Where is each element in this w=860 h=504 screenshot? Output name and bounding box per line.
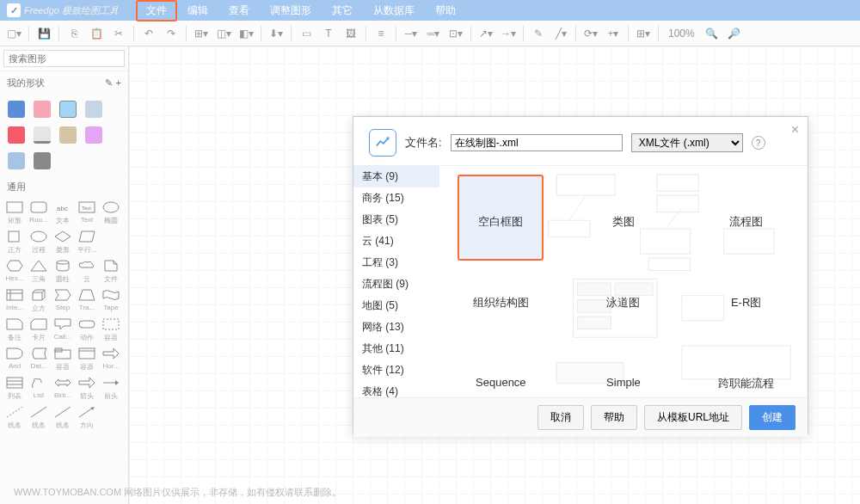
new-file-dialog: × 文件名: XML文件 (.xml) ? 基本 (9) 商务 (15) 图表 … [353, 116, 808, 434]
template-blank[interactable]: 空白框图 [448, 175, 554, 230]
template-simple[interactable]: Simple [571, 336, 677, 391]
category-list: 基本 (9) 商务 (15) 图表 (5) 云 (41) 工程 (3) 流程图 … [353, 166, 439, 397]
template-sequence[interactable]: Sequence [448, 336, 554, 391]
template-org[interactable]: 组织结构图 [448, 255, 554, 310]
watermark-text: WWW.TOYMOBAN.COM 网络图片仅供展示，非存储，如有侵权请联系删除。 [14, 486, 341, 499]
category-business[interactable]: 商务 (15) [353, 187, 439, 209]
template-flowchart[interactable]: 流程图 [693, 175, 799, 230]
filename-input[interactable] [451, 134, 623, 151]
template-crossfunctional[interactable]: 跨职能流程 [693, 336, 799, 391]
category-software[interactable]: 软件 (12) [353, 360, 439, 381]
dialog-overlay: × 文件名: XML文件 (.xml) ? 基本 (9) 商务 (15) 图表 … [0, 0, 860, 504]
filename-label: 文件名: [405, 135, 442, 151]
template-swimlane[interactable]: 泳道图 [571, 255, 677, 310]
category-basic[interactable]: 基本 (9) [353, 166, 439, 187]
dialog-header: 文件名: XML文件 (.xml) ? [353, 117, 808, 165]
chart-icon [369, 129, 396, 157]
template-area: 空白框图 类图 流程图 组织结构图 [439, 166, 808, 397]
category-table[interactable]: 表格 (4) [353, 381, 439, 397]
dialog-footer: 取消 帮助 从模板URL地址 创建 [353, 397, 808, 437]
category-other[interactable]: 其他 (11) [353, 338, 439, 360]
template-er[interactable]: E-R图 [693, 255, 799, 310]
category-cloud[interactable]: 云 (41) [353, 230, 439, 252]
category-map[interactable]: 地图 (5) [353, 295, 439, 317]
help-button[interactable]: 帮助 [591, 405, 637, 430]
category-engineering[interactable]: 工程 (3) [353, 252, 439, 274]
category-flowchart[interactable]: 流程图 (9) [353, 274, 439, 295]
dialog-body: 基本 (9) 商务 (15) 图表 (5) 云 (41) 工程 (3) 流程图 … [353, 165, 808, 397]
filetype-select[interactable]: XML文件 (.xml) [631, 133, 743, 152]
cancel-button[interactable]: 取消 [538, 405, 584, 430]
template-class[interactable]: 类图 [571, 175, 677, 230]
template-grid: 空白框图 类图 流程图 组织结构图 [448, 175, 799, 391]
create-button[interactable]: 创建 [749, 405, 796, 430]
category-chart[interactable]: 图表 (5) [353, 209, 439, 230]
from-url-button[interactable]: 从模板URL地址 [644, 405, 742, 430]
category-network[interactable]: 网络 (13) [353, 317, 439, 338]
help-icon[interactable]: ? [752, 136, 765, 150]
close-icon[interactable]: × [791, 122, 799, 138]
